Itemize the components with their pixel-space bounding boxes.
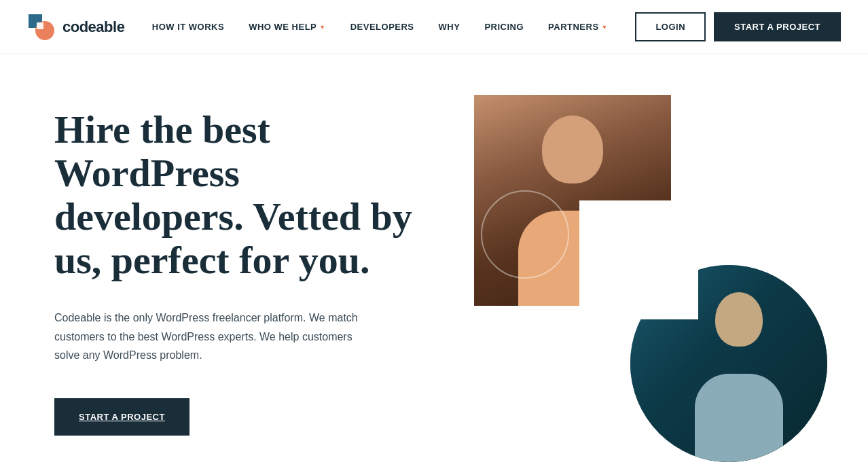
site-header: codeable HOW IT WORKS WHO WE HELP ▼ DEVE… (0, 0, 868, 54)
nav-item-pricing[interactable]: PRICING (484, 22, 524, 32)
header-actions: LOGIN START A PROJECT (635, 12, 841, 41)
rect-outline-decoration (579, 340, 627, 387)
chevron-down-icon-partners: ▼ (602, 24, 608, 31)
logo[interactable]: codeable (27, 13, 124, 41)
nav-item-how-it-works[interactable]: HOW IT WORKS (152, 22, 224, 32)
hero-title: Hire the best WordPress developers. Vett… (54, 108, 435, 281)
hero-section: Hire the best WordPress developers. Vett… (0, 54, 868, 475)
nav-item-partners[interactable]: PARTNERS ▼ (548, 22, 608, 32)
start-project-button-header[interactable]: START A PROJECT (714, 12, 841, 41)
svg-rect-2 (37, 22, 43, 29)
nav-item-why[interactable]: WHY (439, 22, 460, 32)
hero-images (460, 95, 814, 448)
chevron-down-icon: ▼ (319, 24, 325, 31)
circle-outline-decoration (481, 190, 569, 279)
login-button[interactable]: LOGIN (635, 12, 706, 41)
white-square-overlay (579, 200, 698, 319)
logo-icon (27, 13, 56, 41)
nav-item-who-we-help[interactable]: WHO WE HELP ▼ (249, 22, 326, 32)
nav-item-developers[interactable]: DEVELOPERS (350, 22, 414, 32)
start-project-button-hero[interactable]: START A PROJECT (54, 398, 189, 436)
hero-content: Hire the best WordPress developers. Vett… (54, 108, 435, 436)
main-nav: HOW IT WORKS WHO WE HELP ▼ DEVELOPERS WH… (152, 22, 608, 32)
brand-name: codeable (62, 18, 124, 36)
hero-description: Codeable is the only WordPress freelance… (54, 309, 374, 364)
